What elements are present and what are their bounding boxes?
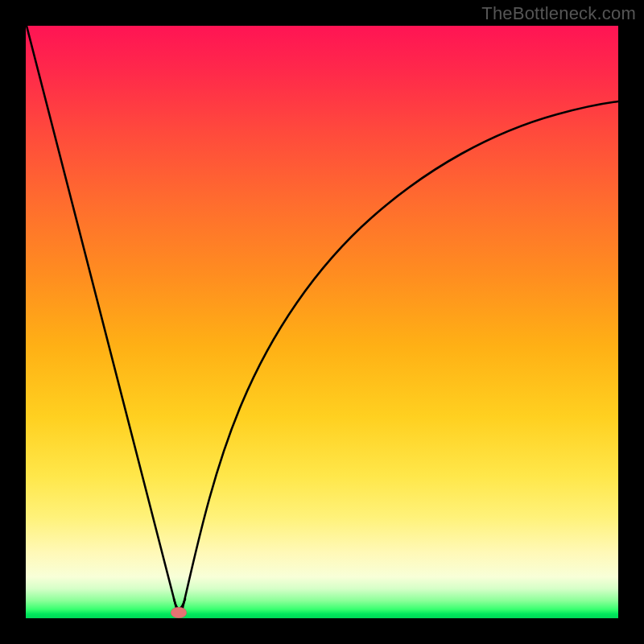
plot-area xyxy=(26,26,618,618)
curve-left-branch xyxy=(27,26,177,611)
chart-frame: TheBottleneck.com xyxy=(0,0,644,644)
optimal-point-marker xyxy=(171,607,187,618)
watermark-text: TheBottleneck.com xyxy=(481,3,636,24)
bottleneck-curve xyxy=(26,26,618,618)
curve-right-branch xyxy=(182,101,618,611)
